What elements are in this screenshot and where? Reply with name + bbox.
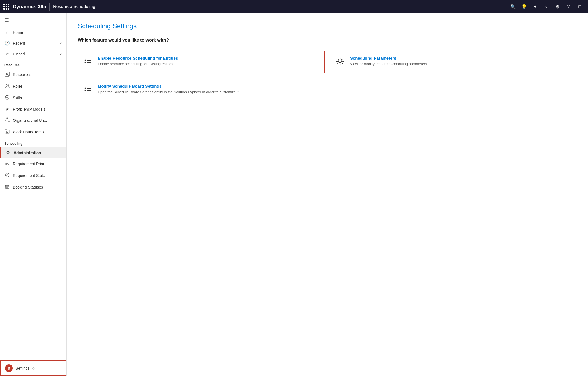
settings-bottom: S Settings ◇ bbox=[0, 360, 66, 376]
sidebar-reqpriority-label: Requirement Prior... bbox=[13, 162, 62, 166]
sidebar-booking-label: Booking Statuses bbox=[13, 185, 62, 189]
sidebar-orgunit-label: Organizational Un... bbox=[13, 118, 62, 123]
sidebar-item-orgunit[interactable]: Organizational Un... bbox=[0, 115, 66, 126]
chevron-down-icon-pinned: ∨ bbox=[59, 52, 62, 56]
sidebar-workhours-label: Work Hours Temp... bbox=[13, 130, 62, 134]
main-layout: ☰ ⌂ Home 🕐 Recent ∨ ☆ Pinned ∨ Resource bbox=[0, 13, 588, 376]
brand-name: Dynamics 365 bbox=[13, 4, 46, 10]
sidebar-item-settings[interactable]: S Settings ◇ bbox=[0, 360, 66, 376]
feedback-button[interactable]: □ bbox=[575, 2, 585, 12]
sidebar-item-pinned[interactable]: ☆ Pinned ∨ bbox=[0, 49, 66, 59]
feature-card-scheduling-params[interactable]: Scheduling Parameters View, or modify re… bbox=[330, 51, 577, 73]
sidebar-item-workhours[interactable]: Work Hours Temp... bbox=[0, 126, 66, 138]
top-navigation: Dynamics 365 Resource Scheduling 🔍 💡 + ▿… bbox=[0, 0, 588, 13]
modify-checklist-icon bbox=[83, 84, 93, 96]
filter-button[interactable]: ▿ bbox=[541, 2, 551, 12]
sidebar-item-proficiency[interactable]: ★ Proficiency Models bbox=[0, 104, 66, 115]
feature-content-board: Modify Schedule Board Settings Open the … bbox=[98, 84, 240, 95]
workhours-icon bbox=[4, 129, 10, 135]
feature-title-board: Modify Schedule Board Settings bbox=[98, 84, 240, 88]
sidebar-item-resources[interactable]: Resources bbox=[0, 69, 66, 80]
feature-desc-enable: Enable resource scheduling for existing … bbox=[98, 62, 178, 67]
svg-point-2 bbox=[6, 84, 7, 86]
sidebar-item-reqpriority[interactable]: Requirement Prior... bbox=[0, 158, 66, 170]
scheduling-section-header: Scheduling bbox=[0, 138, 66, 147]
svg-point-1 bbox=[7, 73, 8, 74]
sidebar-item-home[interactable]: ⌂ Home bbox=[0, 27, 66, 38]
resources-icon bbox=[4, 72, 10, 78]
settings-chevron-icon: ◇ bbox=[32, 366, 35, 370]
orgunit-icon bbox=[4, 117, 10, 123]
section-question: Which feature would you like to work wit… bbox=[78, 38, 577, 45]
svg-rect-5 bbox=[7, 118, 8, 119]
feature-desc-board: Open the Schedule Board Settings entity … bbox=[98, 90, 240, 95]
sidebar-roles-label: Roles bbox=[13, 84, 62, 88]
svg-rect-7 bbox=[8, 121, 9, 122]
home-icon: ⌂ bbox=[4, 30, 10, 35]
svg-rect-11 bbox=[5, 185, 9, 188]
resource-section-header: Resource bbox=[0, 59, 66, 69]
svg-point-10 bbox=[5, 173, 9, 177]
waffle-menu[interactable] bbox=[3, 4, 9, 10]
top-nav-icons: 🔍 💡 + ▿ ⚙ ? □ bbox=[508, 2, 585, 12]
sidebar: ☰ ⌂ Home 🕐 Recent ∨ ☆ Pinned ∨ Resource bbox=[0, 13, 67, 376]
search-button[interactable]: 🔍 bbox=[508, 2, 518, 12]
sidebar-item-booking[interactable]: Booking Statuses bbox=[0, 181, 66, 193]
sidebar-item-administration[interactable]: ⚙ Administration bbox=[0, 147, 66, 158]
settings-label: Settings bbox=[16, 366, 30, 370]
feature-grid: Enable Resource Scheduling for Entities … bbox=[78, 51, 577, 101]
page-title: Scheduling Settings bbox=[78, 22, 577, 30]
checklist-icon bbox=[83, 56, 93, 68]
svg-rect-6 bbox=[5, 121, 6, 122]
sidebar-item-reqstatus[interactable]: Requirement Stat... bbox=[0, 170, 66, 181]
add-button[interactable]: + bbox=[530, 2, 540, 12]
sidebar-reqstatus-label: Requirement Stat... bbox=[13, 173, 62, 178]
svg-point-3 bbox=[8, 85, 9, 86]
feature-card-enable-resource[interactable]: Enable Resource Scheduling for Entities … bbox=[78, 51, 325, 73]
roles-icon bbox=[4, 83, 10, 89]
sidebar-resources-label: Resources bbox=[13, 72, 62, 77]
svg-point-15 bbox=[339, 60, 341, 63]
feature-content-params: Scheduling Parameters View, or modify re… bbox=[350, 56, 428, 67]
feature-card-modify-board[interactable]: Modify Schedule Board Settings Open the … bbox=[78, 79, 325, 101]
feature-content-enable: Enable Resource Scheduling for Entities … bbox=[98, 56, 178, 67]
settings-avatar-letter: S bbox=[8, 366, 10, 370]
booking-icon bbox=[4, 184, 10, 190]
reqstatus-icon bbox=[4, 172, 10, 179]
proficiency-icon: ★ bbox=[4, 106, 10, 112]
skills-icon bbox=[4, 95, 10, 101]
sidebar-item-home-label: Home bbox=[13, 30, 62, 35]
pin-icon: ☆ bbox=[4, 51, 10, 57]
chevron-down-icon: ∨ bbox=[59, 41, 62, 45]
sidebar-proficiency-label: Proficiency Models bbox=[13, 107, 62, 111]
nav-divider bbox=[49, 3, 50, 11]
sidebar-toggle[interactable]: ☰ bbox=[0, 13, 66, 27]
administration-icon: ⚙ bbox=[5, 150, 11, 155]
sidebar-item-recent[interactable]: 🕐 Recent ∨ bbox=[0, 38, 66, 49]
sidebar-item-pinned-label: Pinned bbox=[13, 52, 57, 56]
settings-avatar: S bbox=[5, 364, 13, 372]
content-area: Scheduling Settings Which feature would … bbox=[67, 13, 588, 376]
feature-title-params: Scheduling Parameters bbox=[350, 56, 428, 60]
lightbulb-button[interactable]: 💡 bbox=[519, 2, 529, 12]
sidebar-item-recent-label: Recent bbox=[13, 41, 57, 45]
sidebar-item-roles[interactable]: Roles bbox=[0, 80, 66, 92]
help-button[interactable]: ? bbox=[564, 2, 574, 12]
settings-button[interactable]: ⚙ bbox=[552, 2, 562, 12]
sidebar-administration-label: Administration bbox=[14, 151, 62, 155]
sidebar-item-skills[interactable]: Skills bbox=[0, 92, 66, 104]
sidebar-skills-label: Skills bbox=[13, 96, 62, 100]
module-name: Resource Scheduling bbox=[53, 4, 95, 9]
reqpriority-icon bbox=[4, 161, 10, 167]
gear-icon bbox=[335, 56, 345, 68]
feature-title-enable: Enable Resource Scheduling for Entities bbox=[98, 56, 178, 60]
feature-desc-params: View, or modify resource scheduling para… bbox=[350, 62, 428, 67]
clock-icon: 🕐 bbox=[4, 40, 10, 46]
